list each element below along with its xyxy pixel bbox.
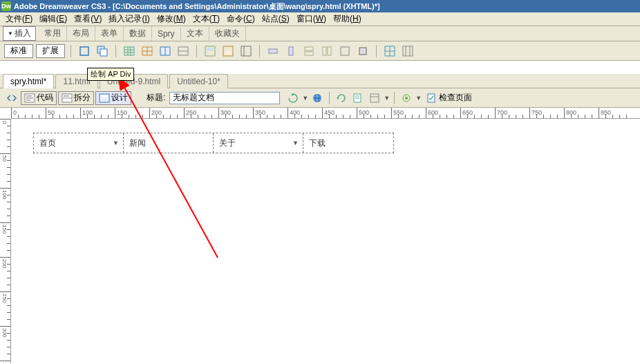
insert-category-4[interactable]: Spry [152,28,181,40]
spacer-icon-1[interactable] [265,44,281,58]
visual-aids-icon[interactable] [399,91,414,105]
title-bar: Dw Adobe Dreamweaver CS3 - [C:\Documents… [0,0,640,12]
standard-mode-button[interactable]: 标准 [4,44,33,58]
document-toolbar[interactable]: 代码 拆分 设计 标题: ▼ ▼ ▼ 检查页面 [0,88,640,108]
svg-rect-0 [80,47,88,55]
svg-rect-19 [241,46,251,56]
insert-bar[interactable]: 插入 常用布局表单数据Spry文本收藏夹 [0,26,640,41]
file-mgmt-icon[interactable] [350,91,366,105]
insert-category-1[interactable]: 布局 [67,26,95,41]
doc-tab-3[interactable]: Untitled-10* [169,74,228,88]
svg-rect-22 [289,47,293,55]
draw-ap-div-icon[interactable] [95,44,110,58]
insert-toggle[interactable]: 插入 [3,26,36,41]
spacer-icon-3[interactable] [301,44,317,58]
layout-icon-b[interactable] [220,44,236,58]
svg-rect-52 [370,94,379,102]
menu-i[interactable]: 插入记录(I) [106,12,152,26]
insert-category-3[interactable]: 数据 [124,26,152,41]
menu-t[interactable]: 文本(T) [190,12,223,26]
spry-menu-item-0[interactable]: 首页▼ [34,133,124,153]
spry-menu-item-2[interactable]: 关于▼ [214,133,303,153]
table-icon-4[interactable] [176,44,191,58]
svg-rect-2 [100,49,107,56]
menu-bar[interactable]: 文件(F)编辑(E)查看(V)插入记录(I)修改(M)文本(T)命令(C)站点(… [0,12,640,26]
spry-menu-item-3[interactable]: 下载 [303,133,393,153]
svg-rect-43 [101,95,108,97]
spry-menu-item-1[interactable]: 新闻 [124,133,214,153]
dropdown-arrow-icon: ▼ [113,140,119,146]
frame-icon-2[interactable] [400,44,415,58]
svg-marker-48 [337,97,339,99]
svg-rect-28 [359,48,366,55]
view-options-icon[interactable] [367,91,382,105]
refresh-icon[interactable] [334,91,349,105]
frame-icon-1[interactable] [382,44,397,58]
svg-rect-27 [341,47,349,55]
svg-rect-18 [225,51,232,55]
title-label: 标题: [147,92,165,104]
svg-rect-21 [269,49,277,53]
insert-category-0[interactable]: 常用 [39,26,67,41]
layout-icon-c[interactable] [238,44,254,58]
expanded-mode-button[interactable]: 扩展 [36,44,65,58]
spacer-icon-5[interactable] [337,44,352,58]
app-logo: Dw [1,1,11,11]
svg-rect-3 [124,47,134,55]
svg-rect-42 [100,94,109,102]
svg-rect-24 [305,52,313,55]
title-input[interactable] [169,92,280,104]
svg-rect-26 [328,47,331,55]
horizontal-ruler: 0501001502002503003504004505005506006507… [11,108,640,119]
menu-s[interactable]: 站点(S) [259,12,292,26]
menu-h[interactable]: 帮助(H) [330,12,364,26]
insert-category-2[interactable]: 表单 [95,26,124,41]
svg-rect-23 [305,47,313,50]
menu-m[interactable]: 修改(M) [154,12,189,26]
table-icon-3[interactable] [158,44,173,58]
design-view-button[interactable]: 设计 [95,91,131,105]
menu-c[interactable]: 命令(C) [224,12,258,26]
ap-div-tooltip: 绘制 AP Div [87,68,134,81]
insert-toggle-label: 插入 [15,28,31,39]
table-icon-1[interactable] [122,44,137,58]
doc-tab-0[interactable]: spry.html* [3,74,54,88]
show-code-nav-icon[interactable] [4,91,19,105]
table-icon-2[interactable] [140,44,155,58]
check-page-button[interactable]: 检查页面 [423,91,476,105]
code-view-button[interactable]: 代码 [21,91,57,105]
split-view-button[interactable]: 拆分 [58,91,94,105]
spacer-icon-6[interactable] [355,44,370,58]
spry-menu-bar[interactable]: 首页▼新闻关于▼下载 [33,133,394,153]
layout-toolbar[interactable]: 标准 扩展 [0,41,640,61]
menu-e[interactable]: 编辑(E) [37,12,70,26]
svg-rect-25 [323,47,326,55]
globe-icon[interactable] [310,91,325,105]
svg-rect-16 [207,48,214,50]
spacer-icon-4[interactable] [319,44,335,58]
spacer-icon-2[interactable] [283,44,299,58]
svg-point-55 [405,97,408,99]
window-title: Adobe Dreamweaver CS3 - [C:\Documents an… [14,1,380,12]
sync-icon[interactable] [285,91,301,105]
menu-v[interactable]: 查看(V) [71,12,104,26]
insert-category-6[interactable]: 收藏夹 [209,26,246,41]
insert-category-5[interactable]: 文本 [181,26,209,41]
menu-f[interactable]: 文件(F) [3,12,35,26]
design-canvas[interactable]: 首页▼新闻关于▼下载 [11,119,640,363]
layout-icon-a[interactable] [203,44,218,58]
dropdown-arrow-icon: ▼ [292,140,299,146]
menu-w[interactable]: 窗口(W) [294,12,329,26]
vertical-ruler: 050100150200250300350 [0,119,11,363]
design-canvas-container: 0501001502002503003504004505005506006507… [0,108,640,363]
svg-rect-32 [403,46,413,56]
insert-div-icon[interactable] [77,44,92,58]
